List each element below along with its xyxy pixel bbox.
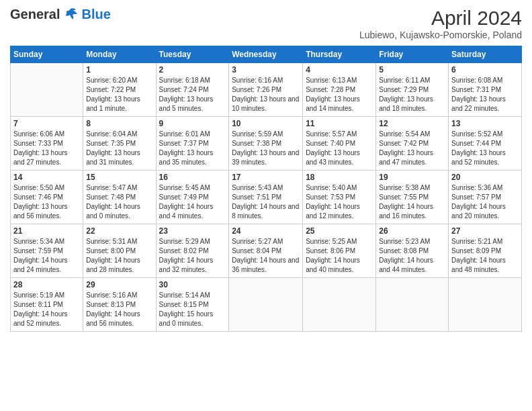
- day-number: 23: [159, 226, 226, 236]
- logo-general-text: General: [10, 7, 60, 22]
- table-row: 2 Sunrise: 6:18 AMSunset: 7:24 PMDayligh…: [156, 63, 229, 117]
- day-info: Sunrise: 5:31 AMSunset: 8:00 PMDaylight:…: [86, 237, 152, 275]
- table-row: 22 Sunrise: 5:31 AMSunset: 8:00 PMDaylig…: [83, 224, 156, 278]
- table-row: [303, 278, 376, 332]
- location-text: Lubiewo, Kujawsko-Pomorskie, Poland: [359, 30, 522, 40]
- table-row: 14 Sunrise: 5:50 AMSunset: 7:46 PMDaylig…: [11, 171, 83, 224]
- day-info: Sunrise: 6:06 AMSunset: 7:33 PMDaylight:…: [13, 130, 80, 167]
- day-number: 4: [306, 65, 373, 75]
- table-row: 10 Sunrise: 5:59 AMSunset: 7:38 PMDaylig…: [229, 117, 303, 171]
- table-row: 1 Sunrise: 6:20 AMSunset: 7:22 PMDayligh…: [83, 63, 156, 117]
- day-number: 5: [379, 65, 445, 75]
- table-row: 11 Sunrise: 5:57 AMSunset: 7:40 PMDaylig…: [303, 117, 376, 171]
- table-row: 17 Sunrise: 5:43 AMSunset: 7:51 PMDaylig…: [229, 171, 303, 224]
- day-info: Sunrise: 5:21 AMSunset: 8:09 PMDaylight:…: [451, 237, 519, 275]
- table-row: [449, 278, 522, 332]
- day-number: 14: [13, 173, 80, 182]
- table-row: 12 Sunrise: 5:54 AMSunset: 7:42 PMDaylig…: [376, 117, 449, 171]
- title-section: April 2024 Lubiewo, Kujawsko-Pomorskie, …: [359, 7, 522, 40]
- col-sunday: Sunday: [11, 46, 83, 63]
- table-row: 16 Sunrise: 5:45 AMSunset: 7:49 PMDaylig…: [156, 171, 229, 224]
- day-info: Sunrise: 5:27 AMSunset: 8:04 PMDaylight:…: [232, 237, 300, 275]
- day-number: 22: [86, 226, 152, 236]
- table-row: 23 Sunrise: 5:29 AMSunset: 8:02 PMDaylig…: [156, 224, 229, 278]
- day-info: Sunrise: 5:34 AMSunset: 7:59 PMDaylight:…: [13, 237, 80, 275]
- logo-bird-icon: [61, 7, 80, 22]
- day-number: 17: [232, 173, 300, 182]
- day-info: Sunrise: 6:16 AMSunset: 7:26 PMDaylight:…: [232, 76, 300, 113]
- day-info: Sunrise: 5:45 AMSunset: 7:49 PMDaylight:…: [159, 183, 226, 221]
- day-info: Sunrise: 5:38 AMSunset: 7:55 PMDaylight:…: [379, 183, 445, 221]
- day-info: Sunrise: 6:11 AMSunset: 7:29 PMDaylight:…: [379, 76, 445, 113]
- day-number: 11: [306, 119, 373, 128]
- day-number: 18: [306, 173, 373, 182]
- table-row: 5 Sunrise: 6:11 AMSunset: 7:29 PMDayligh…: [376, 63, 449, 117]
- day-number: 15: [86, 173, 152, 182]
- table-row: [376, 278, 449, 332]
- day-number: 21: [13, 226, 80, 236]
- table-row: 6 Sunrise: 6:08 AMSunset: 7:31 PMDayligh…: [449, 63, 522, 117]
- day-number: 3: [232, 65, 300, 75]
- page-container: General Blue April 2024 Lubiewo, Kujawsk…: [0, 0, 532, 338]
- day-number: 19: [379, 173, 445, 182]
- col-tuesday: Tuesday: [156, 46, 229, 63]
- table-row: 18 Sunrise: 5:40 AMSunset: 7:53 PMDaylig…: [303, 171, 376, 224]
- calendar-week-row: 1 Sunrise: 6:20 AMSunset: 7:22 PMDayligh…: [11, 63, 522, 117]
- logo-blue-text: Blue: [81, 7, 110, 22]
- day-info: Sunrise: 5:54 AMSunset: 7:42 PMDaylight:…: [379, 130, 445, 167]
- day-info: Sunrise: 5:16 AMSunset: 8:13 PMDaylight:…: [86, 291, 152, 328]
- table-row: 4 Sunrise: 6:13 AMSunset: 7:28 PMDayligh…: [303, 63, 376, 117]
- col-thursday: Thursday: [303, 46, 376, 63]
- day-info: Sunrise: 5:29 AMSunset: 8:02 PMDaylight:…: [159, 237, 226, 275]
- day-number: 7: [13, 119, 80, 128]
- day-number: 20: [451, 173, 519, 182]
- day-number: 2: [159, 65, 226, 75]
- table-row: 7 Sunrise: 6:06 AMSunset: 7:33 PMDayligh…: [11, 117, 83, 171]
- table-row: 3 Sunrise: 6:16 AMSunset: 7:26 PMDayligh…: [229, 63, 303, 117]
- day-number: 28: [13, 280, 80, 289]
- day-info: Sunrise: 6:20 AMSunset: 7:22 PMDaylight:…: [86, 76, 152, 113]
- table-row: 19 Sunrise: 5:38 AMSunset: 7:55 PMDaylig…: [376, 171, 449, 224]
- day-number: 8: [86, 119, 152, 128]
- day-info: Sunrise: 6:18 AMSunset: 7:24 PMDaylight:…: [159, 76, 226, 113]
- day-number: 27: [451, 226, 519, 236]
- table-row: 21 Sunrise: 5:34 AMSunset: 7:59 PMDaylig…: [11, 224, 83, 278]
- table-row: 28 Sunrise: 5:19 AMSunset: 8:11 PMDaylig…: [11, 278, 83, 332]
- calendar-week-row: 14 Sunrise: 5:50 AMSunset: 7:46 PMDaylig…: [11, 171, 522, 224]
- day-info: Sunrise: 5:50 AMSunset: 7:46 PMDaylight:…: [13, 183, 80, 221]
- day-number: 30: [159, 280, 226, 289]
- day-info: Sunrise: 6:04 AMSunset: 7:35 PMDaylight:…: [86, 130, 152, 167]
- table-row: 20 Sunrise: 5:36 AMSunset: 7:57 PMDaylig…: [449, 171, 522, 224]
- day-info: Sunrise: 5:36 AMSunset: 7:57 PMDaylight:…: [451, 183, 519, 221]
- day-info: Sunrise: 5:47 AMSunset: 7:48 PMDaylight:…: [86, 183, 152, 221]
- calendar-week-row: 7 Sunrise: 6:06 AMSunset: 7:33 PMDayligh…: [11, 117, 522, 171]
- month-title: April 2024: [359, 7, 522, 30]
- day-number: 26: [379, 226, 445, 236]
- calendar-week-row: 28 Sunrise: 5:19 AMSunset: 8:11 PMDaylig…: [11, 278, 522, 332]
- day-number: 25: [306, 226, 373, 236]
- day-info: Sunrise: 5:23 AMSunset: 8:08 PMDaylight:…: [379, 237, 445, 275]
- day-number: 24: [232, 226, 300, 236]
- col-saturday: Saturday: [449, 46, 522, 63]
- day-info: Sunrise: 5:25 AMSunset: 8:06 PMDaylight:…: [306, 237, 373, 275]
- table-row: 8 Sunrise: 6:04 AMSunset: 7:35 PMDayligh…: [83, 117, 156, 171]
- day-number: 6: [451, 65, 519, 75]
- day-info: Sunrise: 5:59 AMSunset: 7:38 PMDaylight:…: [232, 130, 300, 167]
- table-row: 24 Sunrise: 5:27 AMSunset: 8:04 PMDaylig…: [229, 224, 303, 278]
- table-row: 15 Sunrise: 5:47 AMSunset: 7:48 PMDaylig…: [83, 171, 156, 224]
- col-monday: Monday: [83, 46, 156, 63]
- day-info: Sunrise: 6:01 AMSunset: 7:37 PMDaylight:…: [159, 130, 226, 167]
- table-row: 29 Sunrise: 5:16 AMSunset: 8:13 PMDaylig…: [83, 278, 156, 332]
- table-row: 9 Sunrise: 6:01 AMSunset: 7:37 PMDayligh…: [156, 117, 229, 171]
- day-info: Sunrise: 6:08 AMSunset: 7:31 PMDaylight:…: [451, 76, 519, 113]
- day-info: Sunrise: 5:19 AMSunset: 8:11 PMDaylight:…: [13, 291, 80, 328]
- table-row: [11, 63, 83, 117]
- calendar-week-row: 21 Sunrise: 5:34 AMSunset: 7:59 PMDaylig…: [11, 224, 522, 278]
- day-info: Sunrise: 5:52 AMSunset: 7:44 PMDaylight:…: [451, 130, 519, 167]
- day-number: 12: [379, 119, 445, 128]
- day-info: Sunrise: 5:57 AMSunset: 7:40 PMDaylight:…: [306, 130, 373, 167]
- calendar-table: Sunday Monday Tuesday Wednesday Thursday…: [10, 46, 522, 332]
- day-number: 16: [159, 173, 226, 182]
- table-row: 26 Sunrise: 5:23 AMSunset: 8:08 PMDaylig…: [376, 224, 449, 278]
- table-row: 27 Sunrise: 5:21 AMSunset: 8:09 PMDaylig…: [449, 224, 522, 278]
